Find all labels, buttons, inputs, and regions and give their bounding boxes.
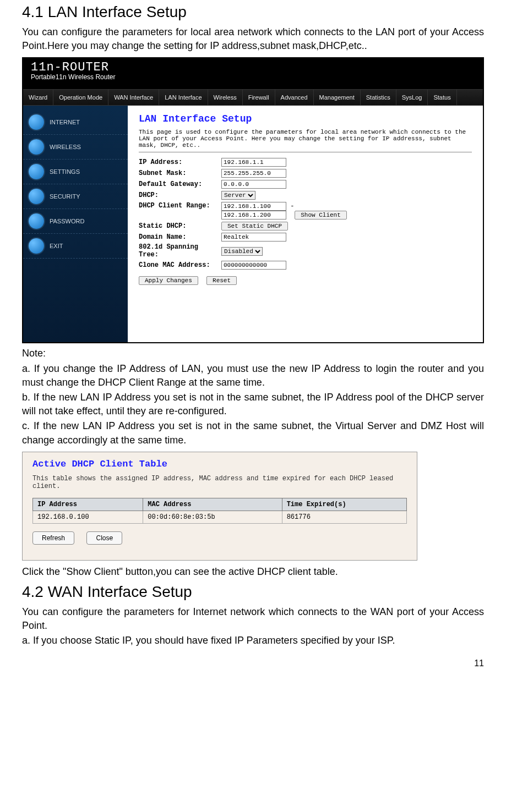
- ip-address-input[interactable]: [221, 158, 286, 167]
- dhcp-range-start-input[interactable]: [221, 202, 286, 211]
- router-topnav: Wizard Operation Mode WAN Interface LAN …: [23, 89, 483, 106]
- clone-mac-input[interactable]: [221, 261, 286, 270]
- ip-address-label: IP Address:: [139, 158, 221, 166]
- after-table-text: Click the "Show Client" button,you can s…: [22, 565, 484, 579]
- col-mac: MAC Address: [143, 498, 282, 511]
- default-gateway-input[interactable]: [221, 180, 286, 189]
- show-client-button[interactable]: Show Client: [295, 211, 347, 220]
- subnet-mask-label: Subnet Mask:: [139, 169, 221, 177]
- gear-icon: [29, 164, 44, 179]
- static-dhcp-label: Static DHCP:: [139, 222, 221, 230]
- sidebar-item-security[interactable]: SECURITY: [23, 184, 128, 209]
- section-4-2-heading: 4.2 WAN Interface Setup: [22, 583, 484, 601]
- topnav-status[interactable]: Status: [428, 90, 456, 105]
- reset-button[interactable]: Reset: [206, 276, 237, 285]
- sidebar-item-password[interactable]: PASSWORD: [23, 209, 128, 234]
- domain-name-input[interactable]: [221, 233, 286, 242]
- note-c: c. If the new LAN IP Address you set is …: [22, 419, 484, 447]
- close-icon: [29, 238, 44, 254]
- topnav-firewall[interactable]: Firewall: [243, 90, 275, 105]
- sidebar-item-settings[interactable]: SETTINGS: [23, 160, 128, 184]
- page-number: 11: [22, 659, 484, 668]
- dhcp-client-table: IP Address MAC Address Time Expired(s) 1…: [32, 498, 407, 524]
- router-admin-screenshot: 11n-ROUTER Portable11n Wireless Router W…: [22, 57, 484, 343]
- dhcp-label: DHCP:: [139, 191, 221, 199]
- set-static-dhcp-button[interactable]: Set Static DHCP: [221, 222, 288, 231]
- topnav-advanced[interactable]: Advanced: [275, 90, 314, 105]
- lan-setup-title: LAN Interface Setup: [139, 113, 472, 124]
- topnav-wireless[interactable]: Wireless: [208, 90, 243, 105]
- dhcp-table-desc: This table shows the assigned IP address…: [32, 475, 407, 490]
- dhcp-range-label: DHCP Client Range:: [139, 202, 221, 210]
- default-gateway-label: Default Gateway:: [139, 180, 221, 188]
- spanning-tree-label: 802.1d Spanning Tree:: [139, 244, 221, 258]
- clone-mac-label: Clone MAC Address:: [139, 261, 221, 269]
- router-logo-text: 11n-ROUTER: [31, 61, 475, 74]
- topnav-management[interactable]: Management: [314, 90, 361, 105]
- section-4-2-p1: You can configure the parameters for Int…: [22, 605, 484, 633]
- close-button[interactable]: Close: [86, 531, 122, 545]
- table-header-row: IP Address MAC Address Time Expired(s): [33, 498, 407, 511]
- lan-setup-desc: This page is used to configure the param…: [139, 129, 472, 149]
- section-4-1-intro: You can configure the parameters for loc…: [22, 25, 484, 53]
- dhcp-range-dash: -: [290, 202, 294, 210]
- spanning-tree-select[interactable]: Disabled: [221, 247, 263, 256]
- dhcp-range-end-input[interactable]: [221, 211, 286, 220]
- cell-ip: 192.168.0.100: [33, 511, 143, 523]
- cell-mac: 00:0d:60:8e:03:5b: [143, 511, 282, 523]
- section-4-2-p2: a. If you choose Static IP, you should h…: [22, 634, 484, 648]
- topnav-lan[interactable]: LAN Interface: [159, 90, 208, 105]
- sidebar-item-exit[interactable]: EXIT: [23, 234, 128, 259]
- topnav-opmode[interactable]: Operation Mode: [53, 90, 108, 105]
- router-sublogo-text: Portable11n Wireless Router: [31, 73, 475, 81]
- sidebar-item-internet[interactable]: INTERNET: [23, 110, 128, 135]
- cell-time: 861776: [282, 511, 406, 523]
- router-main-pane: LAN Interface Setup This page is used to…: [128, 106, 483, 342]
- shield-icon: [29, 189, 44, 204]
- sidebar-item-wireless[interactable]: WIRELESS: [23, 135, 128, 160]
- dhcp-client-table-screenshot: Active DHCP Client Table This table show…: [22, 452, 417, 561]
- note-b: b. If the new LAN IP Address you set is …: [22, 391, 484, 418]
- topnav-statistics[interactable]: Statistics: [361, 90, 396, 105]
- col-time: Time Expired(s): [282, 498, 406, 511]
- domain-name-label: Domain Name:: [139, 233, 221, 241]
- subnet-mask-input[interactable]: [221, 169, 286, 178]
- wifi-icon: [29, 139, 44, 155]
- table-row: 192.168.0.100 00:0d:60:8e:03:5b 861776: [33, 511, 407, 523]
- section-4-1-heading: 4.1 LAN Interface Setup: [22, 3, 484, 21]
- topnav-syslog[interactable]: SysLog: [396, 90, 428, 105]
- apply-changes-button[interactable]: Apply Changes: [139, 276, 198, 285]
- dhcp-table-title: Active DHCP Client Table: [32, 459, 407, 469]
- topnav-wizard[interactable]: Wizard: [23, 90, 53, 105]
- router-header: 11n-ROUTER Portable11n Wireless Router: [23, 58, 483, 89]
- lock-icon: [29, 213, 44, 229]
- note-a: a. If you change the IP Address of LAN, …: [22, 362, 484, 389]
- topnav-wan[interactable]: WAN Interface: [108, 90, 159, 105]
- note-heading: Note:: [22, 347, 484, 360]
- refresh-button[interactable]: Refresh: [32, 531, 74, 545]
- router-sidebar: INTERNET WIRELESS SETTINGS SECURITY PASS…: [23, 106, 128, 342]
- col-ip: IP Address: [33, 498, 143, 511]
- globe-icon: [29, 114, 44, 130]
- dhcp-select[interactable]: Server: [221, 191, 255, 200]
